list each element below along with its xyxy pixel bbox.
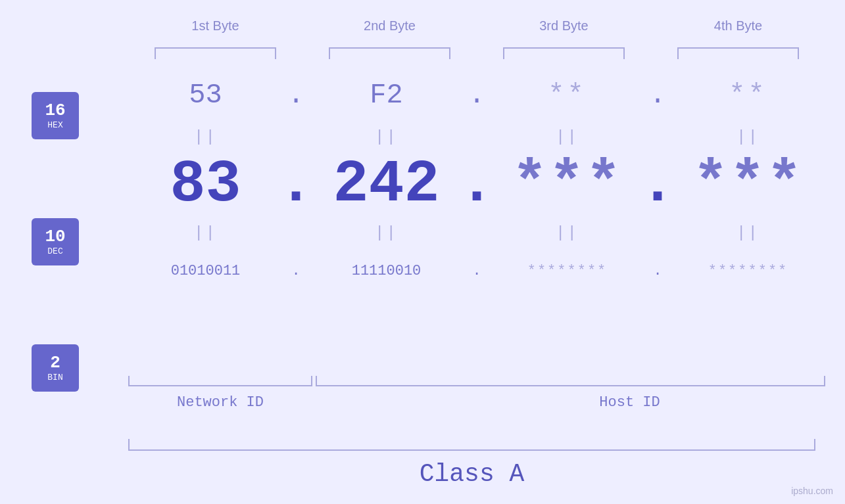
hex-byte2-cell: F2 bbox=[309, 80, 464, 111]
eq2-b4: || bbox=[671, 224, 825, 242]
byte-headers: 1st Byte 2nd Byte 3rd Byte 4th Byte bbox=[128, 18, 825, 34]
eq2-b1: || bbox=[128, 224, 283, 242]
eq1-b4: || bbox=[671, 128, 825, 146]
eq2-b3: || bbox=[490, 224, 644, 242]
hex-byte1: 53 bbox=[189, 80, 222, 111]
byte-header-4: 4th Byte bbox=[651, 18, 825, 34]
bin-dot3: . bbox=[653, 263, 662, 279]
bracket-cell-1 bbox=[128, 47, 302, 59]
bin-byte3: ******** bbox=[527, 263, 608, 279]
bracket-cell-4 bbox=[651, 47, 825, 59]
class-label: Class A bbox=[128, 460, 815, 488]
bracket-top-4 bbox=[677, 47, 799, 59]
bracket-top-3 bbox=[503, 47, 625, 59]
id-labels: Network ID Host ID bbox=[128, 394, 825, 411]
dec-number: 10 bbox=[45, 227, 65, 246]
eq1-b2: || bbox=[309, 128, 464, 146]
hex-label: HEX bbox=[47, 120, 62, 130]
bin-dot1-cell: . bbox=[283, 263, 309, 279]
dec-dot3: . bbox=[640, 151, 675, 218]
bin-row: 01010011 . 11110010 . ******** . *******… bbox=[128, 244, 825, 297]
hex-dot1-cell: . bbox=[283, 80, 309, 111]
hex-dot1: . bbox=[287, 80, 304, 111]
byte-header-1: 1st Byte bbox=[128, 18, 302, 34]
eq1-b1: || bbox=[128, 128, 283, 146]
bin-number: 2 bbox=[50, 354, 60, 373]
hex-byte2: F2 bbox=[370, 80, 402, 111]
equals-row-2: || || || || bbox=[128, 221, 825, 244]
host-bracket bbox=[316, 376, 825, 386]
bin-byte1-cell: 01010011 bbox=[128, 263, 283, 279]
hex-badge: 16 HEX bbox=[32, 92, 79, 139]
hex-dot2: . bbox=[468, 80, 485, 111]
network-bracket bbox=[128, 376, 312, 386]
bin-label: BIN bbox=[47, 373, 62, 382]
bin-byte2-cell: 11110010 bbox=[309, 263, 464, 279]
hex-byte1-cell: 53 bbox=[128, 80, 283, 111]
rows-area: 53 . F2 . ** . ** || || bbox=[128, 66, 825, 297]
hex-row: 53 . F2 . ** . ** bbox=[128, 66, 825, 125]
hex-dot3-cell: . bbox=[644, 80, 671, 111]
base-labels: 16 HEX 10 DEC 2 BIN bbox=[32, 92, 79, 392]
dec-row: 83 . 242 . *** . *** bbox=[128, 149, 825, 221]
host-id-label: Host ID bbox=[434, 394, 825, 411]
dec-byte2: 242 bbox=[333, 151, 439, 218]
dec-dot3-cell: . bbox=[644, 151, 671, 218]
hex-byte4: ** bbox=[729, 80, 767, 111]
bin-dot1: . bbox=[291, 263, 300, 279]
eq2-b2: || bbox=[309, 224, 464, 242]
bin-byte4-cell: ******** bbox=[671, 263, 825, 279]
bin-byte3-cell: ******** bbox=[490, 263, 644, 279]
dec-dot2-cell: . bbox=[464, 151, 490, 218]
bracket-top-1 bbox=[155, 47, 276, 59]
hex-byte4-cell: ** bbox=[671, 80, 825, 111]
bin-byte1: 01010011 bbox=[171, 263, 241, 279]
byte-header-3: 3rd Byte bbox=[477, 18, 651, 34]
dec-label: DEC bbox=[47, 246, 62, 256]
hex-byte3: ** bbox=[548, 80, 586, 111]
dec-dot1-cell: . bbox=[283, 151, 309, 218]
dec-dot1: . bbox=[278, 151, 314, 218]
network-id-label: Network ID bbox=[128, 394, 312, 411]
bracket-cell-3 bbox=[477, 47, 651, 59]
hex-number: 16 bbox=[45, 101, 65, 120]
bin-dot2-cell: . bbox=[464, 263, 490, 279]
hex-byte3-cell: ** bbox=[490, 80, 644, 111]
hex-dot2-cell: . bbox=[464, 80, 490, 111]
full-bottom-bracket bbox=[128, 439, 815, 451]
bin-badge: 2 BIN bbox=[32, 344, 79, 392]
eq1-b3: || bbox=[490, 128, 644, 146]
byte-header-2: 2nd Byte bbox=[302, 18, 477, 34]
dec-byte1-cell: 83 bbox=[128, 151, 283, 218]
dec-byte2-cell: 242 bbox=[309, 151, 464, 218]
bin-byte4: ******** bbox=[708, 263, 788, 279]
dec-byte1: 83 bbox=[170, 151, 241, 218]
bin-byte2: 11110010 bbox=[352, 263, 422, 279]
bin-dot3-cell: . bbox=[644, 263, 671, 279]
hex-dot3: . bbox=[649, 80, 665, 111]
dec-byte4: *** bbox=[692, 151, 803, 218]
bracket-top-2 bbox=[329, 47, 450, 59]
dec-byte3: *** bbox=[512, 151, 622, 218]
bracket-cell-2 bbox=[302, 47, 477, 59]
main-container: 1st Byte 2nd Byte 3rd Byte 4th Byte 16 H… bbox=[0, 0, 845, 504]
top-brackets bbox=[128, 47, 825, 59]
dec-badge: 10 DEC bbox=[32, 218, 79, 265]
dec-byte4-cell: *** bbox=[671, 151, 825, 218]
watermark: ipshu.com bbox=[791, 486, 833, 496]
equals-row-1: || || || || bbox=[128, 125, 825, 149]
dec-byte3-cell: *** bbox=[490, 151, 644, 218]
dec-dot2: . bbox=[459, 151, 495, 218]
bin-dot2: . bbox=[472, 263, 481, 279]
